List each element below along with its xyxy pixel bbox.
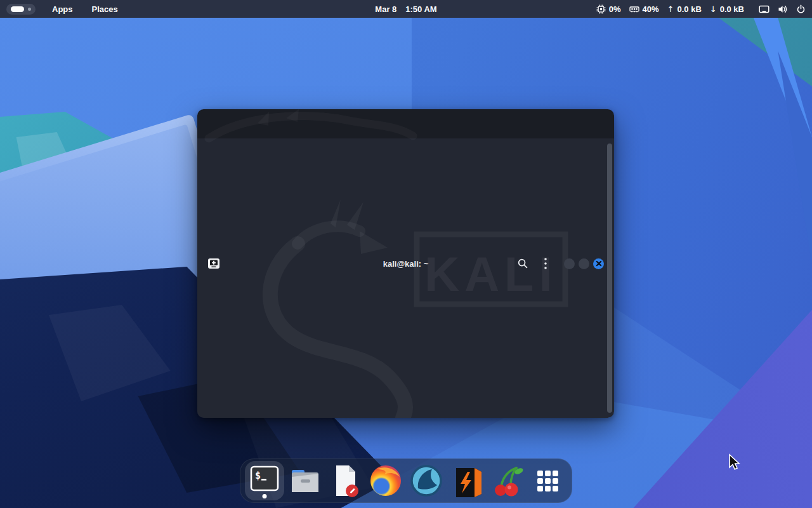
dock-item-file-manager[interactable] — [285, 460, 325, 501]
terminal-app-icon[interactable] — [207, 258, 220, 269]
app-grid-icon — [530, 463, 565, 498]
firefox-icon — [368, 463, 403, 498]
close-button[interactable] — [593, 258, 604, 269]
cpu-icon — [596, 4, 606, 14]
cherrytree-icon — [489, 463, 525, 498]
minimize-button[interactable] — [564, 258, 575, 269]
dock-item-wireshark[interactable] — [406, 460, 447, 501]
places-menu[interactable]: Places — [89, 4, 121, 14]
dock-item-app-grid[interactable] — [527, 460, 568, 501]
workspace-active-pill — [11, 6, 24, 12]
memory-icon — [629, 4, 639, 14]
net-up-indicator[interactable]: ↑ 0.0 kB — [667, 4, 702, 14]
scrollbar[interactable] — [607, 144, 612, 413]
maximize-button[interactable] — [579, 258, 589, 269]
menu-icon[interactable] — [544, 257, 547, 270]
file-manager-icon — [287, 463, 323, 498]
desktop: Apps Places Mar 8 1:50 AM 0% — [0, 0, 812, 508]
dock-item-text-editor[interactable] — [325, 460, 366, 501]
screen-icon[interactable] — [759, 4, 769, 14]
dock-item-cherrytree[interactable] — [487, 460, 528, 501]
burpsuite-icon — [449, 463, 485, 498]
text-editor-icon — [327, 463, 363, 498]
volume-icon[interactable] — [778, 4, 788, 14]
search-icon[interactable] — [517, 258, 528, 269]
wireshark-icon — [409, 463, 444, 498]
top-bar: Apps Places Mar 8 1:50 AM 0% — [0, 0, 812, 18]
arrow-down-icon: ↓ — [710, 4, 717, 14]
clock-date: Mar 8 — [375, 4, 396, 14]
apps-menu[interactable]: Apps — [49, 4, 75, 14]
workspace-dot — [28, 8, 31, 11]
dock-item-burpsuite[interactable] — [447, 460, 487, 501]
running-indicator — [262, 494, 266, 498]
clock-time: 1:50 AM — [405, 4, 436, 14]
dock: $ — [240, 458, 572, 503]
net-down-indicator[interactable]: ↓ 0.0 kB — [710, 4, 744, 14]
clock[interactable]: Mar 8 1:50 AM — [375, 4, 436, 14]
dock-item-terminal[interactable]: $ — [244, 460, 285, 501]
workspace-indicator[interactable] — [6, 4, 36, 15]
power-icon[interactable] — [796, 4, 806, 14]
terminal-window: KALI kali@kali: ~ — [197, 109, 614, 418]
cpu-indicator[interactable]: 0% — [596, 4, 621, 14]
window-title: kali@kali: ~ — [383, 259, 429, 269]
close-icon — [596, 261, 601, 267]
dock-item-firefox[interactable] — [365, 460, 406, 501]
arrow-up-icon: ↑ — [667, 4, 674, 14]
memory-indicator[interactable]: 40% — [629, 4, 659, 14]
